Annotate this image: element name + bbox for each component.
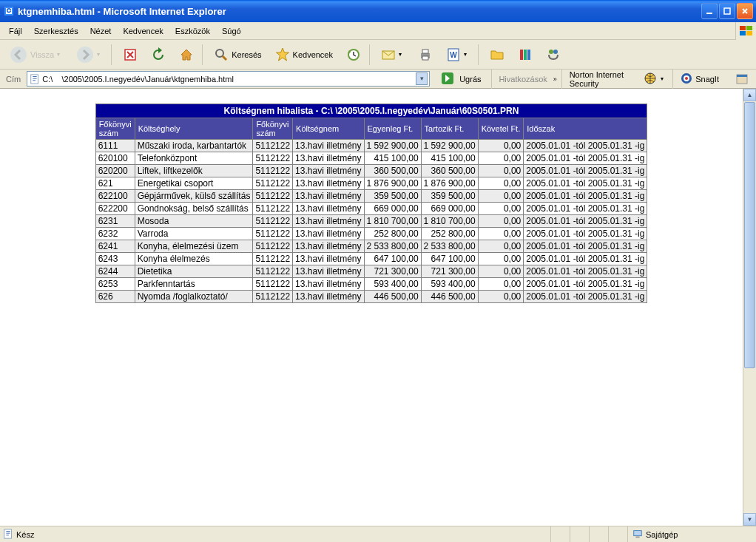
research-button[interactable] <box>511 44 536 65</box>
scroll-down-button[interactable]: ▼ <box>743 513 756 526</box>
table-cell: 415 100,00 <box>364 152 421 165</box>
menu-file[interactable]: Fájl <box>3 25 28 37</box>
table-cell: 621 <box>95 177 135 190</box>
table-cell: 5112122 <box>253 265 293 278</box>
globe-icon <box>644 72 656 86</box>
table-cell: 5112122 <box>253 240 293 253</box>
maximize-button[interactable] <box>719 3 735 19</box>
table-cell: 6111 <box>95 140 135 152</box>
norton-toolbar[interactable]: Norton Internet Security ▾ <box>567 70 669 88</box>
address-input[interactable] <box>41 75 414 84</box>
forward-button[interactable]: ▾ <box>70 43 107 67</box>
norton-label: Norton Internet Security <box>570 70 641 88</box>
menu-tools[interactable]: Eszközök <box>169 25 216 37</box>
scroll-up-button[interactable]: ▲ <box>743 89 756 101</box>
table-cell: 446 500,00 <box>421 291 478 303</box>
minimize-button[interactable] <box>701 3 718 19</box>
chevron-down-icon: ▾ <box>464 51 470 58</box>
table-cell: 5112122 <box>253 140 293 152</box>
history-button[interactable] <box>340 44 365 65</box>
table-cell: 13.havi illetmény <box>293 253 364 265</box>
print-button[interactable] <box>411 44 436 65</box>
table-cell: 6232 <box>95 228 135 240</box>
table-cell: 593 400,00 <box>364 278 421 291</box>
snagit-window-button[interactable] <box>728 69 753 89</box>
table-cell: 6241 <box>95 240 135 253</box>
svg-point-22 <box>553 50 558 54</box>
word-icon: W <box>446 47 461 62</box>
menu-favorites[interactable]: Kedvencek <box>117 25 169 37</box>
table-cell: 2005.01.01 -tól 2005.01.31 -ig <box>524 152 647 165</box>
table-row: 620200Liftek, liftkezelők511212213.havi … <box>95 165 647 177</box>
favorites-button[interactable]: Kedvencek <box>269 44 337 65</box>
table-cell: 13.havi illetmény <box>293 265 364 278</box>
status-cell <box>550 526 570 542</box>
svg-rect-1 <box>724 8 730 14</box>
history-icon <box>346 47 361 62</box>
table-cell: 6244 <box>95 265 135 278</box>
table-header: Főkönyviszám <box>95 118 135 140</box>
svg-text:W: W <box>450 51 457 59</box>
print-icon <box>418 47 433 62</box>
scroll-thumb[interactable] <box>744 102 755 368</box>
mail-button[interactable]: ▾ <box>374 44 408 65</box>
table-cell: 359 500,00 <box>364 190 421 203</box>
svg-rect-31 <box>4 529 12 538</box>
table-cell: Gépjárművek, külső szállítás <box>135 190 253 203</box>
table-cell: 593 400,00 <box>421 278 478 291</box>
menu-view[interactable]: Nézet <box>84 25 118 37</box>
folder-button[interactable] <box>483 44 508 65</box>
table-cell: 13.havi illetmény <box>293 203 364 215</box>
links-label[interactable]: Hivatkozások <box>496 75 550 84</box>
svg-rect-2 <box>740 26 746 30</box>
table-cell: Liftek, liftkezelők <box>135 165 253 177</box>
go-button[interactable]: Ugrás <box>433 70 486 89</box>
table-row: 621Energetikai csoport511212213.havi ill… <box>95 177 647 190</box>
svg-rect-33 <box>635 536 639 538</box>
table-cell: 5112122 <box>253 190 293 203</box>
svg-point-21 <box>549 50 553 54</box>
home-button[interactable] <box>172 44 198 65</box>
table-cell: 6243 <box>95 253 135 265</box>
refresh-button[interactable] <box>144 44 169 65</box>
table-cell: 13.havi illetmény <box>293 278 364 291</box>
folder-icon <box>490 47 504 62</box>
content-area: Költségnem hibalista - C:\ \2005\2005.I.… <box>0 89 743 526</box>
table-cell: 0,00 <box>478 215 524 228</box>
search-button[interactable]: Keresés <box>207 44 265 65</box>
table-row: 6241Konyha, élelmezési üzem511212213.hav… <box>95 240 647 253</box>
home-icon <box>179 47 194 62</box>
table-cell: 2005.01.01 -tól 2005.01.31 -ig <box>524 203 647 215</box>
table-cell: 5112122 <box>253 152 293 165</box>
table-cell: Nyomda /foglalkoztató/ <box>135 291 253 303</box>
menu-edit[interactable]: Szerkesztés <box>28 25 84 37</box>
page-icon <box>3 529 13 541</box>
back-button[interactable]: Vissza ▾ <box>3 43 67 67</box>
zone-label: Sajátgép <box>646 530 678 539</box>
expand-icon[interactable]: » <box>553 75 557 83</box>
vertical-scrollbar[interactable]: ▲ ▼ <box>743 89 756 526</box>
chevron-down-icon: ▾ <box>399 51 405 58</box>
table-cell: 13.havi illetmény <box>293 152 364 165</box>
table-cell: 0,00 <box>478 140 524 152</box>
stop-button[interactable] <box>116 44 141 65</box>
edit-button[interactable]: W▾ <box>439 44 473 65</box>
table-cell: 13.havi illetmény <box>293 190 364 203</box>
table-cell: 13.havi illetmény <box>293 228 364 240</box>
table-cell: Energetikai csoport <box>135 177 253 190</box>
table-cell: 5112122 <box>253 253 293 265</box>
table-cell: 13.havi illetmény <box>293 165 364 177</box>
svg-rect-30 <box>737 75 747 77</box>
menu-bar: Fájl Szerkesztés Nézet Kedvencek Eszközö… <box>0 22 756 40</box>
close-button[interactable] <box>737 3 753 19</box>
messenger-button[interactable] <box>539 44 564 65</box>
table-cell: 2005.01.01 -tól 2005.01.31 -ig <box>524 165 647 177</box>
table-row: 622100Gépjárművek, külső szállítás511212… <box>95 190 647 203</box>
scroll-track[interactable] <box>743 101 756 513</box>
menu-help[interactable]: Súgó <box>216 25 247 37</box>
chevron-down-icon[interactable]: ▾ <box>416 72 428 85</box>
svg-rect-19 <box>524 50 527 60</box>
address-input-wrapper[interactable]: ▾ <box>27 71 430 87</box>
table-header: Költséghely <box>135 118 253 140</box>
snagit-toolbar[interactable]: SnagIt <box>678 72 722 86</box>
